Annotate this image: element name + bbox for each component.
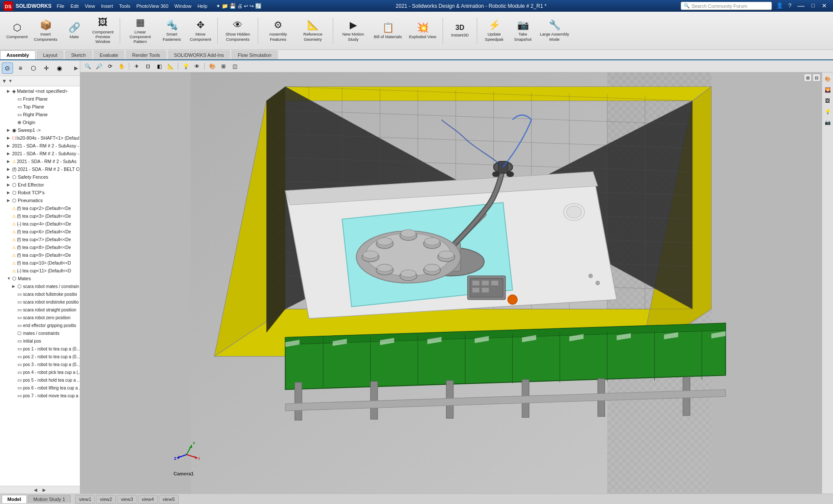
decals-btn[interactable]: 🖼	[823, 96, 833, 105]
panel-icon-property-manager[interactable]: ≡	[15, 62, 26, 74]
tab-evaluate[interactable]: Evaluate	[93, 50, 125, 59]
panel-icon-feature-tree[interactable]: ⊙	[2, 62, 13, 74]
tree-item-top-plane[interactable]: ▭ Top Plane	[0, 103, 80, 111]
tree-item-mates-constraints[interactable]: ⬡ mates / constraints	[0, 329, 80, 337]
view-perspective[interactable]: ◫	[230, 62, 239, 71]
view-zoom-in[interactable]: 🔍	[83, 62, 92, 71]
tab-layout[interactable]: Layout	[36, 50, 64, 59]
view-tab-2[interactable]: view2	[96, 495, 116, 504]
view-area[interactable]: 🔍 🔎 ⟳ ✋ ✈ ⊡ ◧ 📐 💡 👁 🎨 ⊞ ◫ ⊞ ⊟	[80, 60, 833, 494]
menu-photoview[interactable]: PhotoView 360	[134, 3, 171, 10]
tree-item-zero[interactable]: ▭ scara robot zero position	[0, 314, 80, 321]
menu-tools[interactable]: Tools	[117, 3, 133, 10]
toolbar-assembly-features-btn[interactable]: ⚙ Assembly Features	[262, 15, 295, 46]
lights-btn[interactable]: 💡	[823, 107, 833, 116]
tab-render-tools[interactable]: Render Tools	[125, 50, 167, 59]
camera-view-btn[interactable]: 📷	[823, 118, 833, 127]
scene-btn[interactable]: 🌄	[823, 85, 833, 95]
tree-item-subassy-warn[interactable]: ▶ ⚠ 2021 - SDA - RM # 2 - SubAs	[0, 157, 80, 165]
view-tab-4[interactable]: view4	[138, 495, 158, 504]
tree-item-robot-tcp[interactable]: ▶ ⬡ Robot TCP's	[0, 189, 80, 196]
tree-item-cup4[interactable]: ⚠ (-) tea cup<4> (Default<<De	[0, 220, 80, 228]
view-section[interactable]: ◧	[154, 62, 164, 71]
view-tab-1[interactable]: view1	[75, 495, 95, 504]
tree-item-pos5[interactable]: ▭ pos 5 - robot hold tea cup a ...	[0, 376, 80, 384]
toolbar-bom-btn[interactable]: 📋 Bill of Materials	[371, 15, 404, 46]
view-tab-3[interactable]: view3	[117, 495, 137, 504]
tree-item-cup8[interactable]: ⚠ (f) tea cup<8> (Default<<De	[0, 243, 80, 251]
maximize-btn[interactable]: □	[809, 2, 817, 10]
tree-area[interactable]: ▶ ◈ Material <not specified> ▭ Front Pla…	[0, 86, 80, 486]
toolbar-move-btn[interactable]: ✥ Move Component	[187, 15, 214, 46]
tree-item-pos4[interactable]: ▭ pos 4 - robot pick tea cup a (...	[0, 368, 80, 376]
toolbar-exploded-btn[interactable]: 💥 Exploded View	[406, 15, 439, 46]
toolbar-mate-btn[interactable]: 🔗 Mate	[61, 15, 88, 46]
tree-item-cup11[interactable]: ⚠ (-) tea cup<11> (Default<<D	[0, 267, 80, 275]
tab-solidworks-addins[interactable]: SOLIDWORKS Add-Ins	[167, 50, 230, 59]
tree-item-mates[interactable]: ▼ ⬡ Mates	[0, 275, 80, 282]
tree-item-cup10[interactable]: ⚠ (f) tea cup<10> (Default<<D	[0, 259, 80, 267]
question-icon[interactable]: ?	[787, 2, 793, 10]
tree-item-subassy2[interactable]: ▶ 2021 - SDA - RM # 2 - SubAssy - 1	[0, 150, 80, 157]
tree-item-origin[interactable]: ⊕ Origin	[0, 118, 80, 126]
tree-item-pos6[interactable]: ▭ pos 6 - robot lifting tea cup a ...	[0, 384, 80, 392]
view-rotate[interactable]: ⟳	[105, 62, 115, 71]
close-btn[interactable]: ✕	[819, 2, 830, 10]
menu-insert[interactable]: Insert	[98, 3, 116, 10]
tab-flow-simulation[interactable]: Flow Simulation	[231, 50, 278, 59]
view-tab-5[interactable]: view5	[159, 495, 179, 504]
assembly-view[interactable]	[80, 72, 822, 494]
view-wireframe[interactable]: ⊡	[143, 62, 153, 71]
tree-item-belt[interactable]: ▶ (f) 2021 - SDA - RM # 2 - BELT CC	[0, 165, 80, 173]
tree-item-fullstroke[interactable]: ▭ scara robot fullstroke positio	[0, 290, 80, 298]
menu-help[interactable]: Help	[195, 3, 210, 10]
tree-item-subassy1[interactable]: ▶ 2021 - SDA - RM # 2 - SubAssy - 1	[0, 142, 80, 150]
tree-item-pos2[interactable]: ▭ pos 2 - robot to tea cup a (0...	[0, 353, 80, 360]
quick-save[interactable]: 💾	[230, 3, 236, 9]
panel-icon-display-manager[interactable]: ◉	[54, 62, 65, 74]
quick-print[interactable]: 🖨	[237, 3, 243, 9]
tree-item-endstroke[interactable]: ▭ scara robot endstroke positio	[0, 298, 80, 306]
menu-file[interactable]: File	[54, 3, 67, 10]
toolbar-show-hidden-btn[interactable]: 👁 Show Hidden Components	[221, 15, 254, 46]
tree-item-cup6[interactable]: ⚠ (f) tea cup<6> (Default<<De	[0, 228, 80, 236]
view-pan[interactable]: ✋	[117, 62, 126, 71]
appearance-btn[interactable]: 🎨	[823, 74, 833, 84]
quick-undo[interactable]: ↩	[244, 3, 248, 9]
view-lighting[interactable]: 💡	[181, 62, 190, 71]
panel-nav-arrow[interactable]: ▶	[74, 65, 78, 71]
menu-window[interactable]: Window	[172, 3, 194, 10]
scroll-right[interactable]: ▶	[41, 487, 48, 493]
tab-sketch[interactable]: Sketch	[65, 50, 92, 59]
view-appearance[interactable]: 🎨	[207, 62, 217, 71]
tree-item-cup2[interactable]: ⚠ (f) tea cup<2> (Default<<De	[0, 204, 80, 212]
tree-item-end-effector[interactable]: ▶ ⬡ End Effector	[0, 181, 80, 189]
toolbar-insert-btn[interactable]: 📦 Insert Components	[32, 15, 59, 46]
tree-item-scara-mates[interactable]: ▶ ⬡ scara robot mates / constrain	[0, 282, 80, 290]
toolbar-speedpak-btn[interactable]: ⚡ Update Speedpak	[481, 15, 508, 46]
toolbar-instant3d-btn[interactable]: 3D Instant3D	[446, 15, 473, 46]
tree-item-straight[interactable]: ▭ scara robot straight position	[0, 306, 80, 314]
scroll-left[interactable]: ◀	[32, 487, 39, 493]
view-grid[interactable]: ⊞	[219, 62, 228, 71]
tree-item-pneumatics[interactable]: ▶ ⬡ Pneumatics	[0, 196, 80, 204]
toolbar-pattern-btn[interactable]: ▦ Linear Component Pattern	[124, 15, 157, 46]
view-3d-sketch[interactable]: ✈	[132, 62, 141, 71]
tree-item-pos3[interactable]: ▭ pos 3 - robot to tea cup a (0...	[0, 360, 80, 368]
user-icon[interactable]: 👤	[774, 2, 785, 10]
toolbar-snapshot-btn[interactable]: 📷 Take Snapshot	[509, 15, 536, 46]
view-hide-show[interactable]: 👁	[192, 62, 202, 71]
search-box[interactable]: 🔍 Search Community Forum	[681, 2, 772, 10]
tree-item-material[interactable]: ▶ ◈ Material <not specified>	[0, 87, 80, 95]
tree-item-cup9[interactable]: ⚠ (f) tea cup<9> (Default<<De	[0, 251, 80, 259]
tab-model[interactable]: Model	[2, 495, 27, 503]
tree-item-shaft[interactable]: ▶ (-) Is20-804s - SHAFT<1> (Defaul	[0, 134, 80, 142]
tree-item-front-plane[interactable]: ▭ Front Plane	[0, 95, 80, 103]
menu-view[interactable]: View	[82, 3, 98, 10]
tab-motion-study-1[interactable]: Motion Study 1	[28, 495, 71, 503]
tree-item-gripping[interactable]: ▭ end effector gripping positio	[0, 321, 80, 329]
tree-item-cup7[interactable]: ⚠ (f) tea cup<7> (Default<<De	[0, 236, 80, 243]
quick-access-arrow[interactable]: ✦	[216, 3, 220, 9]
tree-item-pos7[interactable]: ▭ pos 7 - robot move tea cup a ...	[0, 392, 80, 399]
tree-item-sweep1[interactable]: ▶ ◉ Sweep1 ->	[0, 126, 80, 134]
